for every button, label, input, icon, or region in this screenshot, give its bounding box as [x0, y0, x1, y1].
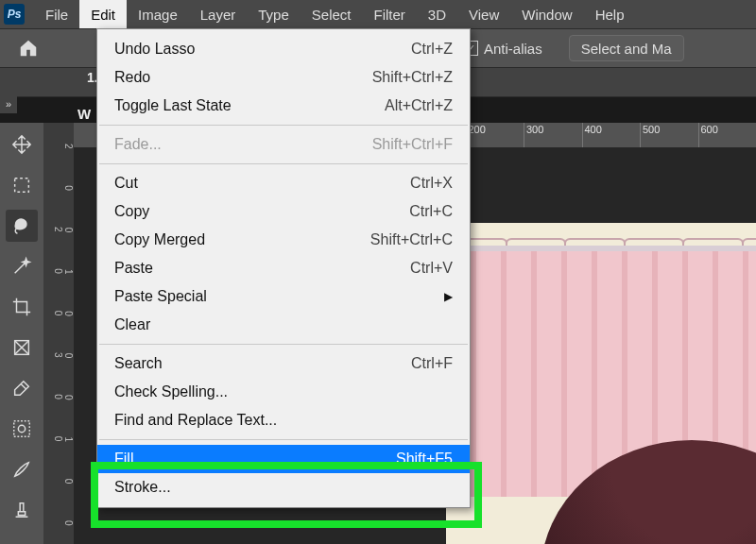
eyedropper-icon [11, 378, 32, 399]
menu-item-label: Undo Lasso [114, 41, 195, 58]
select-and-mask-button[interactable]: Select and Ma [569, 35, 684, 61]
menu-item-label: Fade... [114, 136, 162, 153]
menu-item-copy-merged[interactable]: Copy MergedShift+Ctrl+C [97, 226, 470, 254]
menu-help[interactable]: Help [584, 0, 636, 28]
tool-eyedropper[interactable] [6, 372, 38, 404]
submenu-arrow-icon: ▶ [444, 290, 453, 303]
home-button[interactable] [9, 35, 47, 61]
marquee-icon [11, 175, 32, 196]
menu-item-label: Paste Special [114, 288, 207, 305]
menu-3d[interactable]: 3D [417, 0, 457, 28]
menu-separator [99, 125, 468, 126]
patch-icon [11, 418, 32, 439]
menu-item-check-spelling[interactable]: Check Spelling... [97, 378, 470, 406]
antialias-checkbox[interactable]: ✓ Anti-alias [463, 41, 542, 57]
menu-item-label: Search [114, 355, 163, 372]
menu-select[interactable]: Select [301, 0, 363, 28]
ruler-tick: 200 [466, 123, 524, 147]
move-icon [11, 134, 32, 155]
menu-shortcut: Shift+Ctrl+Z [372, 69, 453, 86]
menu-item-label: Fill... [114, 450, 146, 468]
menu-image[interactable]: Image [127, 0, 189, 28]
tool-lasso[interactable] [6, 210, 38, 242]
edit-menu-dropdown: Undo LassoCtrl+ZRedoShift+Ctrl+ZToggle L… [96, 28, 471, 508]
menu-item-label: Redo [114, 69, 150, 86]
menu-file[interactable]: File [34, 0, 79, 28]
menu-item-label: Copy [114, 203, 149, 220]
menu-shortcut: Alt+Ctrl+Z [385, 97, 453, 114]
menu-shortcut: Ctrl+C [409, 203, 453, 220]
menu-window[interactable]: Window [510, 0, 583, 28]
document-tab-prefix: W [77, 106, 91, 122]
menu-item-label: Find and Replace Text... [114, 412, 277, 429]
artwork [446, 223, 756, 544]
menu-item-label: Paste [114, 260, 153, 277]
tool-stamp[interactable] [6, 494, 38, 526]
menu-item-paste-special[interactable]: Paste Special▶ [97, 282, 470, 311]
wand-icon [11, 256, 32, 277]
frame-icon [11, 337, 32, 358]
menu-separator [99, 163, 468, 164]
tool-frame[interactable] [6, 332, 38, 364]
antialias-label: Anti-alias [484, 41, 542, 57]
home-icon [18, 38, 39, 59]
vertical-ruler: 2 0 0 1 0 0 0 1 0 0 2 0 0 3 0 0 [43, 123, 74, 544]
menu-type[interactable]: Type [247, 0, 301, 28]
ruler-tick: 400 [582, 123, 641, 147]
menu-shortcut: Ctrl+X [410, 175, 453, 192]
menu-separator [99, 344, 468, 345]
crop-icon [11, 297, 32, 317]
menu-view[interactable]: View [457, 0, 510, 28]
menu-item-label: Cut [114, 175, 138, 192]
panel-expand-icon[interactable]: » [0, 94, 17, 113]
ruler-tick: 500 [640, 123, 698, 147]
menu-item-label: Check Spelling... [114, 383, 228, 400]
menu-item-label: Stroke... [114, 479, 171, 496]
tool-crop[interactable] [6, 291, 38, 323]
menu-item-cut[interactable]: CutCtrl+X [97, 169, 470, 197]
ps-logo-icon: Ps [4, 4, 25, 25]
menu-shortcut: Ctrl+Z [411, 41, 453, 58]
menu-layer[interactable]: Layer [189, 0, 248, 28]
menu-item-label: Toggle Last State [114, 97, 232, 114]
tool-marquee[interactable] [6, 169, 38, 201]
menu-edit[interactable]: Edit [79, 0, 127, 28]
menu-item-undo-lasso[interactable]: Undo LassoCtrl+Z [97, 35, 470, 63]
lasso-icon [11, 215, 32, 236]
menu-shortcut: Ctrl+V [410, 260, 453, 277]
menu-shortcut: Ctrl+F [411, 355, 453, 372]
menu-item-redo[interactable]: RedoShift+Ctrl+Z [97, 63, 470, 92]
menu-item-label: Clear [114, 316, 150, 333]
menu-item-paste[interactable]: PasteCtrl+V [97, 254, 470, 282]
menu-separator [99, 439, 468, 440]
svg-point-3 [18, 425, 25, 432]
tool-brush[interactable] [6, 453, 38, 485]
menu-item-search[interactable]: SearchCtrl+F [97, 349, 470, 378]
menu-item-label: Copy Merged [114, 231, 205, 248]
menu-item-fade: Fade...Shift+Ctrl+F [97, 130, 470, 159]
menu-filter[interactable]: Filter [363, 0, 417, 28]
menu-item-copy[interactable]: CopyCtrl+C [97, 197, 470, 226]
menu-item-stroke[interactable]: Stroke... [97, 473, 470, 502]
tool-panel [0, 123, 44, 544]
svg-rect-2 [14, 421, 30, 437]
tool-patch[interactable] [6, 413, 38, 445]
stamp-icon [11, 500, 32, 520]
menubar: Ps FileEditImageLayerTypeSelectFilter3DV… [0, 0, 756, 29]
ruler-tick: 300 [524, 123, 582, 147]
svg-rect-0 [15, 178, 29, 193]
brush-icon [11, 459, 32, 480]
menu-shortcut: Shift+F5 [396, 450, 453, 468]
menu-shortcut: Shift+Ctrl+F [372, 136, 453, 153]
menu-item-fill[interactable]: Fill...Shift+F5 [97, 445, 470, 473]
tool-move[interactable] [6, 128, 38, 161]
menu-item-toggle-last-state[interactable]: Toggle Last StateAlt+Ctrl+Z [97, 92, 470, 120]
menu-shortcut: Shift+Ctrl+C [370, 231, 453, 248]
tool-wand[interactable] [6, 250, 38, 282]
menu-item-find-and-replace-text[interactable]: Find and Replace Text... [97, 406, 470, 434]
menu-item-clear[interactable]: Clear [97, 311, 470, 339]
ruler-tick: 600 [698, 123, 757, 147]
